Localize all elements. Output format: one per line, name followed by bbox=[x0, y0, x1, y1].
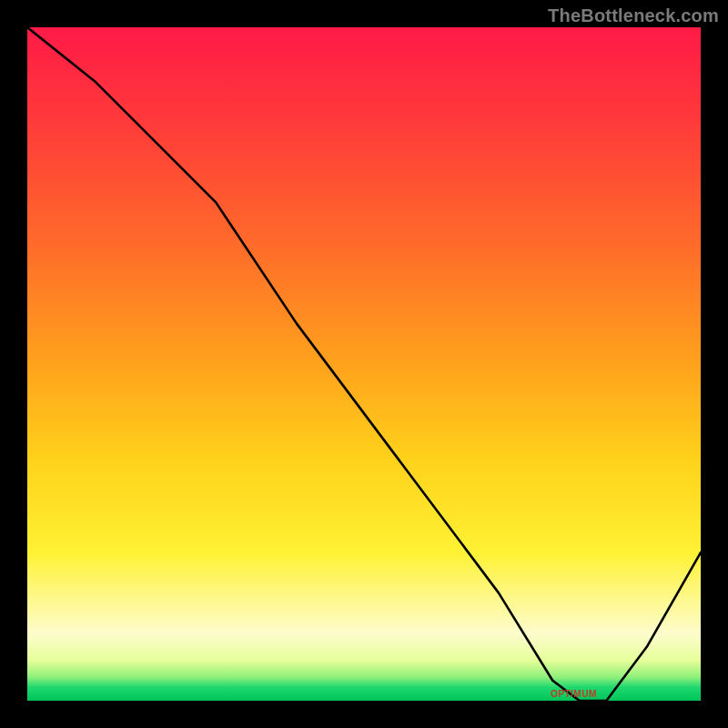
plot-area: OPTIMUM bbox=[27, 27, 701, 701]
chart-frame: OPTIMUM TheBottleneck.com bbox=[0, 0, 728, 728]
watermark-text: TheBottleneck.com bbox=[548, 5, 719, 26]
curve-polyline bbox=[27, 27, 701, 701]
bottleneck-curve bbox=[27, 27, 701, 701]
optimum-marker-label: OPTIMUM bbox=[551, 689, 597, 699]
